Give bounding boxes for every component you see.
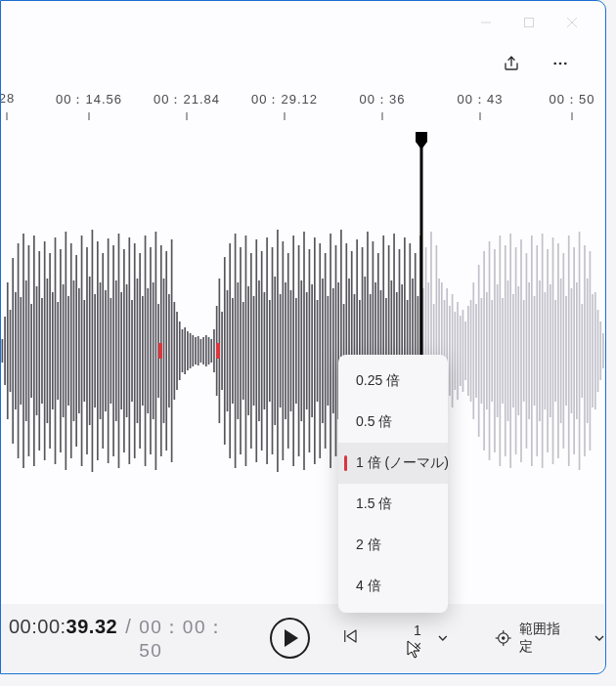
window-titlebar	[1, 1, 605, 44]
speed-menu: 0.25 倍0.5 倍1 倍 (ノーマル)1.5 倍2 倍4 倍	[338, 355, 448, 613]
app-window: 2800：14.5600：21.8400：29.1200：3600：4300：5…	[0, 0, 606, 674]
svg-point-4	[553, 63, 556, 65]
ruler-tick-label: 00：14.56	[56, 91, 122, 108]
current-time-prefix: 00:00:	[9, 616, 66, 638]
svg-marker-237	[347, 630, 356, 642]
speed-label: 1 ×	[414, 622, 432, 654]
speed-menu-item[interactable]: 1 倍 (ノーマル)	[338, 443, 448, 484]
speed-menu-item[interactable]: 0.25 倍	[338, 361, 448, 402]
target-icon	[495, 629, 512, 647]
range-select-button[interactable]: 範囲指定	[495, 621, 573, 656]
range-label: 範囲指定	[519, 621, 573, 656]
range-dropdown-button[interactable]	[594, 629, 604, 647]
speed-menu-item[interactable]: 0.5 倍	[338, 402, 448, 443]
current-time-main: 39.32	[66, 616, 118, 638]
ruler-tick-label: 00：21.84	[154, 91, 220, 108]
ruler-tick-mark	[285, 112, 286, 120]
ruler-tick-label: 00：50	[550, 91, 595, 108]
play-icon	[285, 629, 298, 647]
close-button[interactable]	[550, 7, 594, 38]
playback-speed-button[interactable]: 1 ×	[414, 622, 448, 654]
maximize-button[interactable]	[507, 7, 550, 38]
ruler-tick-label: 00：29.12	[251, 91, 318, 108]
ruler-tick-label: 00：43	[458, 91, 504, 108]
play-button[interactable]	[270, 618, 310, 659]
svg-rect-1	[525, 19, 534, 27]
speed-menu-item[interactable]: 2 倍	[338, 525, 448, 566]
total-time: 00：00：50	[139, 615, 244, 662]
speed-menu-item[interactable]: 1.5 倍	[338, 484, 448, 525]
waveform-area[interactable]	[1, 136, 605, 566]
chevron-down-icon	[438, 633, 448, 643]
time-ruler[interactable]: 2800：14.5600：21.8400：29.1200：3600：4300：5…	[1, 87, 605, 126]
minimize-button[interactable]	[464, 7, 507, 38]
ruler-tick-mark	[7, 112, 8, 120]
ruler-tick-mark	[89, 112, 90, 120]
time-display: 00:00: 39.32 / 00：00：50	[1, 615, 244, 662]
ruler-tick-mark	[187, 112, 188, 120]
ruler-tick-mark	[382, 112, 383, 120]
ruler-tick-mark	[572, 112, 573, 120]
more-icon[interactable]	[545, 48, 576, 79]
playhead-handle[interactable]	[414, 132, 429, 155]
time-separator: /	[125, 616, 131, 638]
playback-controls: 00:00: 39.32 / 00：00：50 1 ×	[1, 604, 604, 672]
svg-point-239	[503, 637, 505, 639]
ruler-tick-mark	[480, 112, 481, 120]
chevron-down-icon	[594, 633, 604, 643]
waveform	[1, 136, 606, 566]
audio-marker[interactable]	[216, 343, 220, 359]
top-toolbar	[1, 44, 605, 83]
svg-point-6	[564, 63, 567, 65]
share-icon[interactable]	[496, 48, 527, 79]
ruler-tick-label: 28	[0, 91, 15, 106]
audio-marker[interactable]	[158, 343, 162, 359]
speed-menu-item[interactable]: 4 倍	[338, 566, 448, 607]
skip-to-start-button[interactable]	[341, 627, 359, 649]
ruler-tick-label: 00：36	[360, 91, 406, 108]
svg-point-5	[559, 63, 562, 65]
